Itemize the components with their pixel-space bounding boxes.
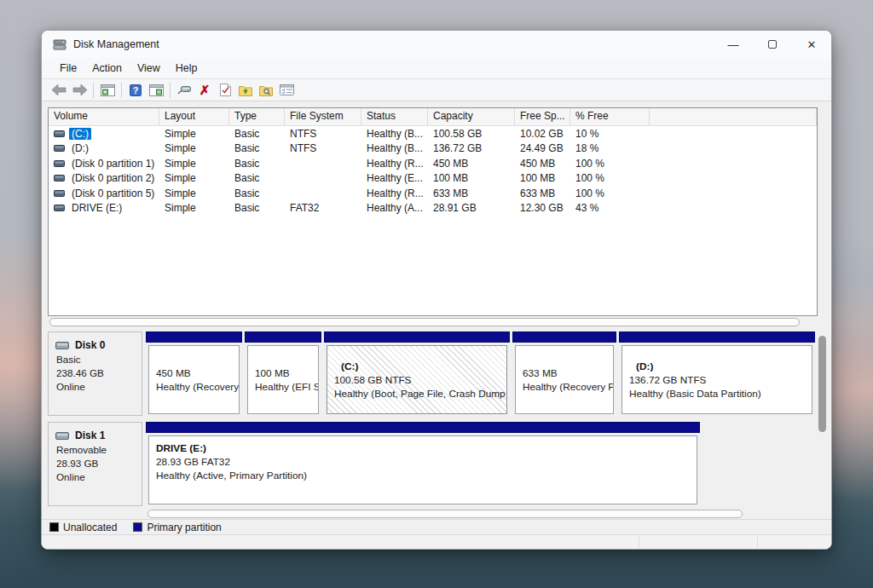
volume-icon: [54, 175, 65, 182]
disk1-label[interactable]: Disk 1 Removable 28.93 GB Online: [48, 422, 142, 506]
partition-efi-100mb[interactable]: 100 MB Healthy (EFI S: [245, 331, 321, 416]
cell-type: Basic: [229, 171, 285, 187]
volume-list-horizontal-scrollbar[interactable]: [48, 317, 818, 328]
partition-color-bar: [146, 331, 242, 343]
disk1-partitions: DRIVE (E:) 28.93 GB FAT32 Healthy (Activ…: [146, 422, 815, 506]
volume-list-pane: Volume Layout Type File System Status Ca…: [48, 107, 818, 316]
cell-type: Basic: [229, 201, 285, 216]
volume-name: (Disk 0 partition 2): [69, 172, 157, 184]
commit-changes-icon[interactable]: [215, 81, 235, 100]
cell-fs: [285, 171, 361, 187]
cell-free: 450 MB: [515, 156, 570, 171]
volume-row-disk0-part5[interactable]: (Disk 0 partition 5) Simple Basic Health…: [49, 186, 817, 201]
toolbar: ? ✗: [42, 79, 831, 101]
cell-type: Basic: [229, 126, 285, 141]
volume-name: DRIVE (E:): [69, 202, 124, 214]
unallocated-color-swatch: [49, 522, 59, 532]
cell-status: Healthy (B...: [361, 126, 428, 141]
column-volume[interactable]: Volume: [49, 108, 159, 125]
cell-fs: NTFS: [285, 126, 361, 141]
cell-capacity: 633 MB: [428, 186, 515, 201]
close-button[interactable]: ✕: [792, 31, 831, 58]
volume-icon: [54, 145, 65, 152]
disk0-row: Disk 0 Basic 238.46 GB Online 450 MB Hea…: [48, 331, 815, 416]
properties-list-icon[interactable]: [276, 81, 297, 100]
partition-recovery-450mb[interactable]: 450 MB Healthy (Recovery: [146, 331, 242, 416]
disk-kind: Removable: [56, 444, 142, 455]
disk-view-vertical-scrollbar[interactable]: [817, 331, 828, 520]
cell-type: Basic: [229, 186, 285, 201]
menu-view[interactable]: View: [130, 60, 168, 77]
partition-recovery-633mb[interactable]: 633 MB Healthy (Recovery P: [512, 331, 616, 416]
cell-status: Healthy (A...: [361, 201, 428, 216]
cell-fs: [285, 156, 361, 171]
column-status[interactable]: Status: [361, 108, 428, 125]
volume-row-c[interactable]: (C:) Simple Basic NTFS Healthy (B... 100…: [49, 126, 817, 141]
menu-help[interactable]: Help: [168, 60, 205, 77]
cell-capacity: 136.72 GB: [428, 141, 515, 157]
rescan-disks-icon[interactable]: [174, 81, 194, 100]
volume-row-disk0-part2[interactable]: (Disk 0 partition 2) Simple Basic Health…: [49, 171, 817, 187]
column-free-space[interactable]: Free Sp...: [515, 108, 570, 125]
partition-drive-e[interactable]: DRIVE (E:) 28.93 GB FAT32 Healthy (Activ…: [146, 422, 700, 506]
scrollbar-thumb[interactable]: [49, 318, 800, 326]
disk1-row: Disk 1 Removable 28.93 GB Online DRIVE (…: [48, 422, 815, 506]
cell-capacity: 100.58 GB: [428, 126, 515, 141]
disk0-label[interactable]: Disk 0 Basic 238.46 GB Online: [48, 331, 142, 416]
column-layout[interactable]: Layout: [159, 108, 229, 125]
volume-row-drive-e[interactable]: DRIVE (E:) Simple Basic FAT32 Healthy (A…: [49, 201, 817, 216]
disk-status: Online: [56, 381, 142, 392]
minimize-button[interactable]: —: [714, 31, 753, 58]
explore-folder-icon[interactable]: [256, 81, 276, 100]
partition-d[interactable]: (D:) 136.72 GB NTFS Healthy (Basic Data …: [619, 331, 815, 416]
disk-name: Disk 0: [75, 339, 105, 351]
column-pct-free[interactable]: % Free: [570, 108, 650, 125]
show-action-pane-icon[interactable]: [146, 81, 166, 100]
status-separator: [757, 537, 758, 548]
title-bar: Disk Management — ✕: [42, 31, 831, 58]
column-file-system[interactable]: File System: [285, 108, 361, 125]
volume-name: (Disk 0 partition 5): [69, 187, 157, 199]
cell-layout: Simple: [159, 201, 229, 216]
cell-free: 24.49 GB: [515, 141, 570, 157]
show-console-tree-icon[interactable]: [97, 81, 118, 100]
forward-icon[interactable]: [69, 81, 90, 100]
partition-color-bar: [619, 331, 815, 343]
menu-file[interactable]: File: [52, 60, 84, 77]
back-icon[interactable]: [49, 81, 69, 100]
disk-kind: Basic: [56, 354, 142, 365]
cell-free: 10.02 GB: [515, 126, 570, 141]
volume-row-disk0-part1[interactable]: (Disk 0 partition 1) Simple Basic Health…: [49, 156, 817, 171]
menu-bar: File Action View Help: [42, 58, 831, 79]
volume-name: (C:): [69, 128, 91, 140]
disk-icon: [55, 432, 69, 440]
disk-management-window: Disk Management — ✕ File Action View Hel…: [41, 30, 832, 550]
menu-action[interactable]: Action: [84, 60, 130, 77]
cell-status: Healthy (B...: [361, 141, 428, 157]
scrollbar-thumb[interactable]: [818, 336, 826, 432]
toolbar-separator: [170, 83, 171, 98]
partition-color-bar: [146, 422, 700, 433]
partition-c[interactable]: (C:) 100.58 GB NTFS Healthy (Boot, Page …: [324, 331, 510, 416]
column-type[interactable]: Type: [229, 108, 285, 125]
cell-capacity: 100 MB: [428, 171, 515, 187]
scrollbar-thumb[interactable]: [147, 510, 743, 518]
maximize-button[interactable]: [753, 31, 792, 58]
partition-color-bar: [245, 331, 321, 343]
cell-pct-free: 10 %: [570, 126, 650, 141]
column-capacity[interactable]: Capacity: [428, 108, 515, 125]
disk-icon: [55, 342, 69, 349]
delete-volume-icon[interactable]: ✗: [194, 81, 215, 100]
partition-color-bar: [324, 331, 510, 343]
volume-row-d[interactable]: (D:) Simple Basic NTFS Healthy (B... 136…: [49, 141, 817, 157]
window-title: Disk Management: [73, 38, 159, 50]
disk-management-icon: [53, 38, 66, 50]
open-folder-icon[interactable]: [235, 81, 256, 100]
cell-free: 12.30 GB: [515, 201, 570, 216]
cell-free: 633 MB: [515, 186, 570, 201]
maximize-icon: [768, 40, 777, 49]
cell-fs: FAT32: [285, 201, 361, 216]
disk-size: 28.93 GB: [56, 458, 142, 469]
help-icon[interactable]: ?: [125, 81, 146, 100]
cell-layout: Simple: [159, 141, 229, 157]
